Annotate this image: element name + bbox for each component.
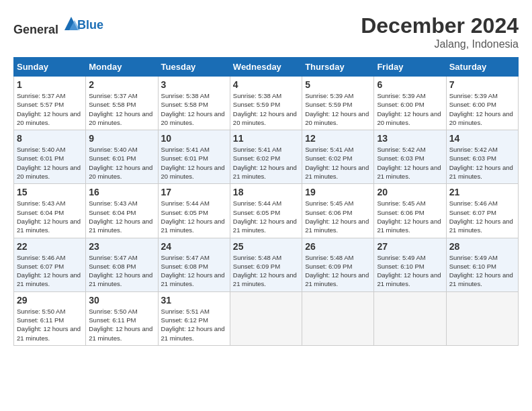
calendar-day: 20 Sunrise: 5:45 AM Sunset: 6:06 PM Dayl… — [374, 184, 446, 238]
day-number: 28 — [449, 241, 515, 252]
col-friday: Friday — [374, 58, 446, 77]
day-number: 14 — [449, 133, 515, 144]
logo-blue: Blue — [77, 18, 103, 32]
day-info: Sunrise: 5:50 AM Sunset: 6:11 PM Dayligh… — [89, 307, 154, 342]
calendar-day — [374, 291, 446, 345]
calendar-week-4: 22 Sunrise: 5:46 AM Sunset: 6:07 PM Dayl… — [14, 238, 519, 291]
day-info: Sunrise: 5:41 AM Sunset: 6:02 PM Dayligh… — [305, 145, 371, 181]
day-info: Sunrise: 5:44 AM Sunset: 6:05 PM Dayligh… — [233, 199, 299, 234]
day-number: 1 — [17, 79, 83, 90]
calendar-day — [302, 291, 374, 345]
day-info: Sunrise: 5:47 AM Sunset: 6:08 PM Dayligh… — [161, 253, 227, 289]
calendar-day: 31 Sunrise: 5:51 AM Sunset: 6:12 PM Dayl… — [158, 291, 230, 345]
day-info: Sunrise: 5:40 AM Sunset: 6:01 PM Dayligh… — [89, 145, 154, 181]
day-info: Sunrise: 5:43 AM Sunset: 6:04 PM Dayligh… — [17, 199, 83, 234]
day-number: 13 — [377, 133, 443, 144]
day-info: Sunrise: 5:43 AM Sunset: 6:04 PM Dayligh… — [89, 199, 154, 234]
day-number: 3 — [161, 79, 227, 90]
calendar-week-1: 1 Sunrise: 5:37 AM Sunset: 5:57 PM Dayli… — [14, 77, 519, 130]
day-info: Sunrise: 5:42 AM Sunset: 6:03 PM Dayligh… — [449, 145, 515, 181]
page-header: General Blue December 2024 Jalang, Indon… — [13, 13, 519, 50]
day-number: 2 — [89, 79, 154, 90]
day-number: 29 — [17, 295, 83, 306]
day-info: Sunrise: 5:49 AM Sunset: 6:10 PM Dayligh… — [377, 253, 443, 289]
logo: General Blue — [13, 13, 103, 37]
day-info: Sunrise: 5:40 AM Sunset: 6:01 PM Dayligh… — [17, 145, 83, 181]
col-tuesday: Tuesday — [158, 58, 230, 77]
calendar-day: 23 Sunrise: 5:47 AM Sunset: 6:08 PM Dayl… — [86, 238, 158, 291]
calendar-day: 22 Sunrise: 5:46 AM Sunset: 6:07 PM Dayl… — [14, 238, 86, 291]
day-number: 22 — [17, 241, 83, 252]
day-number: 5 — [305, 79, 371, 90]
calendar-day — [446, 291, 518, 345]
day-number: 16 — [89, 187, 154, 197]
calendar-day: 30 Sunrise: 5:50 AM Sunset: 6:11 PM Dayl… — [86, 291, 158, 345]
calendar-day: 21 Sunrise: 5:46 AM Sunset: 6:07 PM Dayl… — [446, 184, 518, 238]
calendar-day: 7 Sunrise: 5:39 AM Sunset: 6:00 PM Dayli… — [446, 77, 518, 130]
calendar-day: 29 Sunrise: 5:50 AM Sunset: 6:11 PM Dayl… — [14, 291, 86, 345]
day-number: 25 — [233, 241, 299, 252]
header-row: Sunday Monday Tuesday Wednesday Thursday… — [14, 58, 519, 77]
calendar-day: 16 Sunrise: 5:43 AM Sunset: 6:04 PM Dayl… — [86, 184, 158, 238]
day-number: 30 — [89, 295, 154, 306]
calendar-table: Sunday Monday Tuesday Wednesday Thursday… — [13, 57, 519, 346]
day-info: Sunrise: 5:45 AM Sunset: 6:06 PM Dayligh… — [377, 199, 443, 234]
day-number: 23 — [89, 241, 154, 252]
calendar-day: 9 Sunrise: 5:40 AM Sunset: 6:01 PM Dayli… — [86, 130, 158, 184]
day-number: 17 — [161, 187, 227, 197]
calendar-day: 3 Sunrise: 5:38 AM Sunset: 5:58 PM Dayli… — [158, 77, 230, 130]
day-info: Sunrise: 5:48 AM Sunset: 6:09 PM Dayligh… — [233, 253, 299, 289]
day-number: 26 — [305, 241, 371, 252]
day-info: Sunrise: 5:41 AM Sunset: 6:01 PM Dayligh… — [161, 145, 227, 181]
day-info: Sunrise: 5:37 AM Sunset: 5:58 PM Dayligh… — [89, 91, 154, 127]
month-title: December 2024 — [361, 13, 519, 38]
col-monday: Monday — [86, 58, 158, 77]
calendar-day: 12 Sunrise: 5:41 AM Sunset: 6:02 PM Dayl… — [302, 130, 374, 184]
day-number: 20 — [377, 187, 443, 197]
calendar-week-2: 8 Sunrise: 5:40 AM Sunset: 6:01 PM Dayli… — [14, 130, 519, 184]
day-info: Sunrise: 5:44 AM Sunset: 6:05 PM Dayligh… — [161, 199, 227, 234]
calendar-day: 2 Sunrise: 5:37 AM Sunset: 5:58 PM Dayli… — [86, 77, 158, 130]
calendar-day: 27 Sunrise: 5:49 AM Sunset: 6:10 PM Dayl… — [374, 238, 446, 291]
calendar-day: 26 Sunrise: 5:48 AM Sunset: 6:09 PM Dayl… — [302, 238, 374, 291]
location-title: Jalang, Indonesia — [361, 38, 519, 50]
day-number: 12 — [305, 133, 371, 144]
day-number: 15 — [17, 187, 83, 197]
calendar-day: 5 Sunrise: 5:39 AM Sunset: 5:59 PM Dayli… — [302, 77, 374, 130]
day-info: Sunrise: 5:39 AM Sunset: 5:59 PM Dayligh… — [305, 91, 371, 127]
calendar-day: 4 Sunrise: 5:38 AM Sunset: 5:59 PM Dayli… — [230, 77, 302, 130]
col-saturday: Saturday — [446, 58, 518, 77]
day-number: 10 — [161, 133, 227, 144]
day-number: 18 — [233, 187, 299, 197]
day-info: Sunrise: 5:42 AM Sunset: 6:03 PM Dayligh… — [377, 145, 443, 181]
day-number: 21 — [449, 187, 515, 197]
day-number: 11 — [233, 133, 299, 144]
day-number: 9 — [89, 133, 154, 144]
day-number: 7 — [449, 79, 515, 90]
day-info: Sunrise: 5:51 AM Sunset: 6:12 PM Dayligh… — [161, 307, 227, 342]
day-info: Sunrise: 5:48 AM Sunset: 6:09 PM Dayligh… — [305, 253, 371, 289]
title-block: December 2024 Jalang, Indonesia — [361, 13, 519, 50]
calendar-day: 24 Sunrise: 5:47 AM Sunset: 6:08 PM Dayl… — [158, 238, 230, 291]
logo-text: General — [13, 13, 81, 37]
calendar-day: 28 Sunrise: 5:49 AM Sunset: 6:10 PM Dayl… — [446, 238, 518, 291]
day-info: Sunrise: 5:37 AM Sunset: 5:57 PM Dayligh… — [17, 91, 83, 127]
calendar-day: 13 Sunrise: 5:42 AM Sunset: 6:03 PM Dayl… — [374, 130, 446, 184]
day-number: 8 — [17, 133, 83, 144]
day-info: Sunrise: 5:45 AM Sunset: 6:06 PM Dayligh… — [305, 199, 371, 234]
col-wednesday: Wednesday — [230, 58, 302, 77]
calendar-day: 19 Sunrise: 5:45 AM Sunset: 6:06 PM Dayl… — [302, 184, 374, 238]
day-number: 27 — [377, 241, 443, 252]
day-info: Sunrise: 5:39 AM Sunset: 6:00 PM Dayligh… — [449, 91, 515, 127]
day-number: 6 — [377, 79, 443, 90]
calendar-day: 1 Sunrise: 5:37 AM Sunset: 5:57 PM Dayli… — [14, 77, 86, 130]
col-thursday: Thursday — [302, 58, 374, 77]
col-sunday: Sunday — [14, 58, 86, 77]
calendar-week-3: 15 Sunrise: 5:43 AM Sunset: 6:04 PM Dayl… — [14, 184, 519, 238]
day-number: 31 — [161, 295, 227, 306]
calendar-day: 10 Sunrise: 5:41 AM Sunset: 6:01 PM Dayl… — [158, 130, 230, 184]
day-info: Sunrise: 5:50 AM Sunset: 6:11 PM Dayligh… — [17, 307, 83, 342]
day-info: Sunrise: 5:39 AM Sunset: 6:00 PM Dayligh… — [377, 91, 443, 127]
calendar-day: 15 Sunrise: 5:43 AM Sunset: 6:04 PM Dayl… — [14, 184, 86, 238]
day-info: Sunrise: 5:38 AM Sunset: 5:58 PM Dayligh… — [161, 91, 227, 127]
